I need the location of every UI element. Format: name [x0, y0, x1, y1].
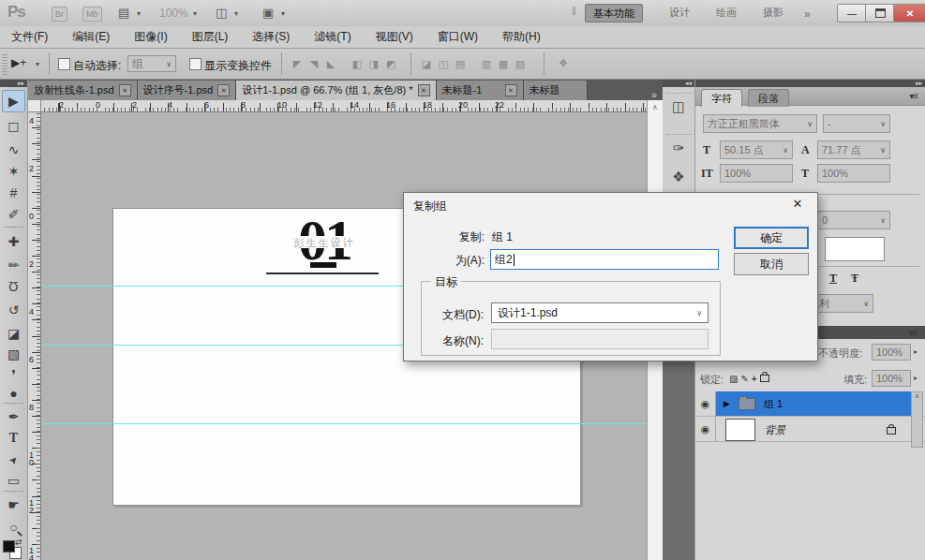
tab-overflow-icon[interactable]: »	[646, 89, 663, 100]
screen-mode-icon[interactable]: ▣	[262, 6, 274, 20]
close-icon[interactable]: ✕	[505, 84, 517, 96]
distribute-hcenter-icon[interactable]: ▦	[495, 58, 512, 70]
healing-brush-tool[interactable]: ✚	[2, 230, 25, 253]
horizontal-ruler[interactable]: 2 0 2 4 6 8 10 12 14 16 18 20 22	[41, 100, 647, 112]
fill-spinner-icon[interactable]: ▸	[914, 374, 918, 382]
pen-tool[interactable]: ✒	[2, 405, 25, 428]
workspace-painting-button[interactable]: 绘画	[709, 4, 744, 21]
layer-thumbnail[interactable]	[725, 419, 755, 441]
expand-arrow-icon[interactable]: ▶	[724, 399, 730, 408]
layers-menu-icon[interactable]: ▾≡	[909, 328, 918, 338]
visibility-eye-icon[interactable]: ◉	[695, 391, 716, 417]
dock-collapse-icon[interactable]: ◂◂	[663, 80, 694, 87]
tab-character[interactable]: 字符	[701, 89, 742, 107]
distribute-right-icon[interactable]: ▧	[512, 58, 529, 70]
font-family-dropdown[interactable]: 方正正粗黑简体∨	[703, 114, 817, 133]
menu-help[interactable]: 帮助(H)	[502, 29, 541, 45]
as-input[interactable]: 组2	[490, 249, 719, 270]
auto-select-checkbox[interactable]	[58, 58, 70, 70]
visibility-eye-icon[interactable]: ◉	[695, 417, 716, 442]
path-select-tool[interactable]: ➤	[2, 449, 25, 471]
bridge-button[interactable]: Br	[52, 7, 67, 22]
doc-tab[interactable]: 放射性线条-1.psd✕	[28, 81, 138, 100]
menu-image[interactable]: 图像(I)	[134, 29, 167, 45]
tool-presets-panel-icon[interactable]: ❖	[665, 164, 692, 190]
doc-tab[interactable]: 未标题	[524, 81, 588, 100]
distribute-bottom-icon[interactable]: ▤	[452, 58, 469, 70]
workspace-overflow-icon[interactable]: »	[804, 7, 811, 21]
history-panel-icon[interactable]: ◫	[665, 93, 692, 120]
restore-button[interactable]	[865, 4, 895, 22]
selected-layer-band[interactable]: ▶ 组 1	[716, 391, 911, 416]
align-hcenter-icon[interactable]: ◨	[366, 58, 382, 70]
align-bottom-icon[interactable]: ◣	[322, 58, 339, 70]
doc-tab[interactable]: 未标题-1✕	[437, 81, 524, 100]
marquee-tool[interactable]: ☐	[2, 116, 25, 139]
lock-move-icon[interactable]: +	[752, 374, 757, 384]
lock-paint-icon[interactable]: ✎	[740, 374, 748, 384]
zoom-level[interactable]: 100%	[159, 7, 188, 20]
screen-mode-dropdown-icon[interactable]: ▾	[281, 9, 285, 18]
magic-wand-tool[interactable]: ✶	[2, 160, 25, 183]
ok-button[interactable]: 确定	[734, 227, 809, 249]
move-tool[interactable]: ▶	[2, 90, 25, 112]
eyedropper-tool[interactable]: ✐	[2, 203, 25, 226]
align-vcenter-icon[interactable]: ◥	[306, 58, 322, 70]
scroll-up-icon[interactable]: ∧	[915, 392, 919, 399]
doc-tab[interactable]: 设计序号-1.psd✕	[138, 81, 237, 100]
menu-view[interactable]: 视图(V)	[376, 29, 413, 45]
layer-row-background[interactable]: ◉ 背景	[695, 417, 925, 442]
workspace-design-button[interactable]: 设计	[662, 4, 697, 21]
underline-button[interactable]: T	[829, 272, 837, 286]
font-size-field[interactable]: 50.15 点∨	[720, 140, 793, 159]
close-icon[interactable]: ✕	[217, 84, 230, 96]
distribute-left-icon[interactable]: ▥	[478, 58, 495, 70]
workspace-photography-button[interactable]: 摄影	[755, 4, 791, 21]
brush-panel-icon[interactable]: ✑	[665, 134, 692, 161]
close-button[interactable]: ✕	[893, 4, 925, 22]
ruler-origin[interactable]	[28, 100, 41, 112]
distribute-top-icon[interactable]: ◪	[418, 58, 435, 70]
menu-file[interactable]: 文件(F)	[11, 29, 48, 45]
close-icon[interactable]: ✕	[119, 84, 131, 96]
panel-menu-icon[interactable]: ▾≡	[909, 91, 918, 101]
layer-name[interactable]: 背景	[765, 423, 785, 437]
close-icon[interactable]: ✕	[418, 84, 430, 96]
horizontal-scale-field[interactable]: 100%	[817, 164, 890, 183]
history-brush-tool[interactable]: ↺	[2, 299, 25, 321]
doc-tab-active[interactable]: 设计1-1.psd @ 66.7% (组 1, 灰色/8) *✕	[236, 81, 436, 100]
kerning-field[interactable]: 0∨	[817, 211, 890, 229]
clone-stamp-tool[interactable]: Ω	[2, 275, 25, 298]
gradient-tool[interactable]: ▧	[2, 343, 25, 365]
vertical-scale-field[interactable]: 100%	[720, 164, 793, 183]
mini-bridge-button[interactable]: Mb	[82, 7, 102, 22]
fill-field[interactable]: 100%	[872, 370, 911, 387]
layer-name[interactable]: 组 1	[764, 397, 783, 411]
hand-tool[interactable]: ☛	[2, 494, 25, 516]
tool-preset-dropdown-icon[interactable]: ▾	[36, 60, 39, 68]
dialog-close-icon[interactable]: ✕	[789, 197, 806, 211]
font-style-dropdown[interactable]: -∨	[823, 114, 890, 133]
lock-transparency-icon[interactable]: ▨	[729, 374, 738, 384]
opacity-spinner-icon[interactable]: ▸	[914, 347, 918, 356]
tab-paragraph[interactable]: 段落	[748, 89, 789, 107]
layers-scrollbar[interactable]: ∧	[911, 391, 923, 448]
toolbar-collapse-icon[interactable]: ▸▸	[0, 80, 27, 87]
view-extras-icon[interactable]: ▤	[118, 6, 129, 20]
align-left-icon[interactable]: ◧	[349, 58, 366, 70]
lock-all-icon[interactable]	[760, 375, 769, 382]
crop-tool[interactable]: #	[2, 182, 25, 204]
guide-line[interactable]	[41, 423, 647, 424]
minimize-button[interactable]: —	[837, 4, 867, 22]
align-right-icon[interactable]: ◩	[382, 58, 399, 70]
opacity-field[interactable]: 100%	[872, 344, 911, 361]
type-tool[interactable]: T	[2, 427, 25, 449]
menu-filter[interactable]: 滤镜(T)	[314, 29, 351, 45]
auto-align-icon[interactable]: ❖	[555, 57, 572, 69]
view-extras-dropdown-icon[interactable]: ▾	[137, 9, 141, 18]
document-dropdown[interactable]: 设计1-1.psd∨	[491, 302, 709, 323]
distribute-vcenter-icon[interactable]: ◫	[435, 58, 452, 70]
pencil-tool[interactable]: ✏	[2, 254, 25, 276]
shape-tool[interactable]: ▭	[2, 469, 25, 492]
menu-edit[interactable]: 编辑(E)	[72, 29, 110, 45]
